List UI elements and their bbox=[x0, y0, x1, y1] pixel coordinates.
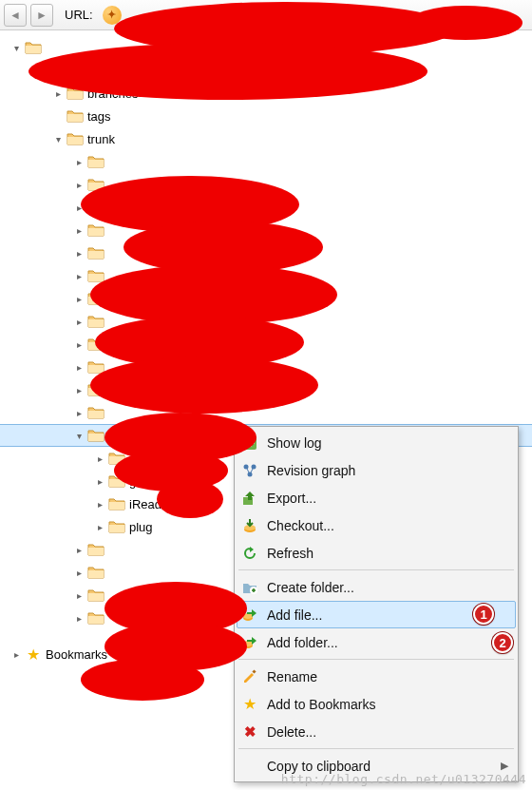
svg-point-23 bbox=[90, 356, 318, 414]
svg-point-29 bbox=[81, 659, 204, 701]
svg-point-17 bbox=[408, 6, 522, 40]
svg-point-18 bbox=[28, 43, 428, 100]
svg-point-26 bbox=[157, 480, 223, 518]
redaction-overlay bbox=[0, 0, 532, 790]
annotation-badge-2: 2 bbox=[492, 632, 513, 653]
annotation-badge-1: 1 bbox=[473, 604, 494, 625]
